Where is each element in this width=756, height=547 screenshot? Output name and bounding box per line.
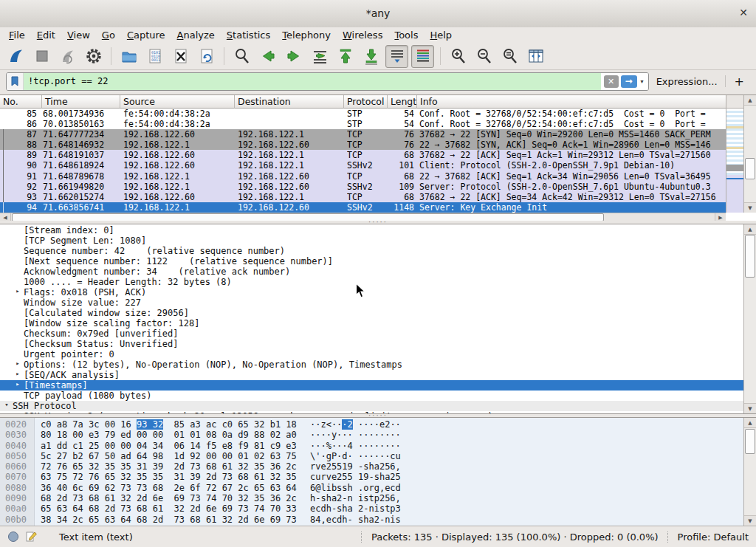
- expand-arrow[interactable]: ▸: [14, 370, 21, 377]
- detail-row[interactable]: 1000 .... = Header Length: 32 bytes (8): [0, 277, 743, 287]
- capture-options-button[interactable]: [82, 45, 105, 68]
- filter-apply-button[interactable]: →: [621, 75, 637, 88]
- go-last-packet-button[interactable]: [360, 45, 382, 68]
- column-header-destination[interactable]: Destination: [235, 95, 344, 109]
- detail-row[interactable]: Checksum: 0x79ed [unverified]: [0, 328, 743, 339]
- packet-row-91[interactable]: 9171.648789678192.168.122.1192.168.122.6…: [0, 171, 726, 182]
- detail-row[interactable]: Sequence number: 42 (relative sequence n…: [0, 246, 743, 256]
- filter-bookmark-icon[interactable]: [7, 73, 24, 90]
- hex-row-0040[interactable]: 0040a1 dd c1 25 00 00 04 34 06 14 f5 e8 …: [0, 441, 743, 451]
- detail-row[interactable]: Window size value: 227: [0, 297, 743, 308]
- start-capture-button[interactable]: [4, 45, 27, 68]
- column-header-source[interactable]: Source: [120, 95, 235, 109]
- menu-view[interactable]: View: [61, 29, 96, 41]
- detail-row-flags[interactable]: ▸Flags: 0x018 (PSH, ACK): [0, 287, 743, 297]
- go-to-packet-button[interactable]: [308, 45, 331, 68]
- menu-telephony[interactable]: Telephony: [276, 29, 337, 41]
- close-window-button[interactable]: ✕: [739, 7, 748, 18]
- find-packet-button[interactable]: [230, 45, 253, 68]
- detail-row[interactable]: Acknowledgment number: 34 (relative ack …: [0, 266, 743, 277]
- vertical-scroll-thumb[interactable]: [745, 235, 755, 278]
- vertical-scroll-thumb[interactable]: [745, 429, 755, 454]
- column-header-info[interactable]: Info: [417, 95, 726, 109]
- detail-row-options[interactable]: ▸Options: (12 bytes), No-Operation (NOP)…: [0, 359, 743, 370]
- detail-row[interactable]: [Next sequence number: 1122 (relative se…: [0, 256, 743, 266]
- column-header-protocol[interactable]: Protocol: [344, 95, 388, 109]
- zoom-original-button[interactable]: [498, 45, 521, 68]
- detail-row[interactable]: [Checksum Status: Unverified]: [0, 339, 743, 349]
- packet-row-89[interactable]: 8971.648191037192.168.122.60192.168.122.…: [0, 150, 726, 160]
- restart-capture-button[interactable]: [56, 45, 79, 68]
- column-header-length[interactable]: Length: [388, 95, 417, 109]
- scroll-up-arrow[interactable]: ▲: [744, 418, 756, 428]
- hex-row-0030[interactable]: 003080 18 00 e3 79 ed 00 00 01 01 08 0a …: [0, 430, 743, 440]
- menu-tools[interactable]: Tools: [388, 29, 424, 41]
- menu-wireless[interactable]: Wireless: [337, 29, 388, 41]
- menu-capture[interactable]: Capture: [121, 29, 171, 41]
- expert-info-icon[interactable]: [7, 531, 19, 543]
- menu-help[interactable]: Help: [424, 29, 458, 41]
- reload-file-button[interactable]: [195, 45, 218, 68]
- filter-clear-button[interactable]: ✕: [604, 75, 619, 88]
- go-forward-button[interactable]: [282, 45, 305, 68]
- menu-file[interactable]: File: [3, 29, 31, 41]
- resize-columns-button[interactable]: [524, 45, 547, 68]
- colorize-packets-button[interactable]: [411, 45, 434, 68]
- packet-row-88[interactable]: 8871.648146932192.168.122.1192.168.122.6…: [0, 140, 726, 150]
- display-filter-value[interactable]: !tcp.port == 22: [24, 73, 601, 90]
- auto-scroll-button[interactable]: [385, 45, 408, 68]
- hex-row-0090[interactable]: 009068 2d 73 68 61 32 2d 6e 69 73 74 70 …: [0, 493, 743, 503]
- collapse-arrow[interactable]: ▾: [3, 401, 10, 408]
- go-back-button[interactable]: [256, 45, 279, 68]
- profile-label[interactable]: Profile: Default: [678, 531, 749, 543]
- detail-row[interactable]: [Calculated window size: 29056]: [0, 308, 743, 318]
- detail-row[interactable]: TCP payload (1080 bytes): [0, 391, 743, 401]
- hex-row-00a0[interactable]: 00a065 63 64 68 2d 73 68 61 32 2d 6e 69 …: [0, 503, 743, 514]
- detail-row-ssh-protocol[interactable]: ▾SSH Protocol: [0, 401, 743, 411]
- close-file-button[interactable]: [169, 45, 192, 68]
- open-file-button[interactable]: [117, 45, 140, 68]
- packet-row-90[interactable]: 9071.648618924192.168.122.60192.168.122.…: [0, 160, 726, 171]
- detail-row[interactable]: Urgent pointer: 0: [0, 349, 743, 359]
- add-filter-button[interactable]: +: [733, 75, 750, 89]
- scroll-up-arrow[interactable]: ▲: [744, 95, 756, 106]
- packet-row-93[interactable]: 9371.662015274192.168.122.60192.168.122.…: [0, 192, 726, 202]
- scroll-down-arrow[interactable]: ▼: [744, 202, 756, 213]
- packet-row-87[interactable]: 8771.647777234192.168.122.60192.168.122.…: [0, 129, 726, 140]
- scroll-down-arrow[interactable]: ▼: [744, 403, 756, 413]
- capture-comment-icon[interactable]: [25, 531, 37, 543]
- packet-row-92[interactable]: 9271.661949820192.168.122.1192.168.122.6…: [0, 182, 726, 192]
- detail-row[interactable]: [Window size scaling factor: 128]: [0, 318, 743, 328]
- go-first-packet-button[interactable]: [334, 45, 357, 68]
- packet-row-94-selected[interactable]: 9471.663856741192.168.122.1192.168.122.6…: [0, 202, 726, 213]
- scroll-up-arrow[interactable]: ▲: [744, 224, 756, 235]
- menu-edit[interactable]: Edit: [31, 29, 61, 41]
- hex-row-00b0[interactable]: 00b038 34 2c 65 63 64 68 2d 73 68 61 32 …: [0, 515, 743, 525]
- packet-row-85[interactable]: 8568.001734936fe:54:00:d4:38:2aSTP54Conf…: [0, 109, 726, 119]
- menu-go[interactable]: Go: [96, 29, 121, 41]
- column-header-no[interactable]: No.: [0, 95, 42, 109]
- detail-row[interactable]: [Stream index: 0]: [0, 225, 743, 235]
- expand-arrow[interactable]: ▸: [14, 359, 21, 367]
- zoom-out-button[interactable]: [472, 45, 495, 68]
- menu-analyze[interactable]: Analyze: [171, 29, 221, 41]
- display-filter-input[interactable]: !tcp.port == 22 ✕ → ▾: [6, 72, 649, 91]
- hex-row-0080[interactable]: 008036 40 6c 69 62 73 73 68 2e 6f 72 67 …: [0, 483, 743, 493]
- stop-capture-button[interactable]: [30, 45, 53, 68]
- expand-arrow[interactable]: ▸: [14, 287, 21, 295]
- menu-statistics[interactable]: Statistics: [221, 29, 276, 41]
- hex-vertical-scrollbar[interactable]: ▲ ▼: [743, 418, 756, 526]
- scroll-down-arrow[interactable]: ▼: [744, 515, 756, 526]
- packet-list-vertical-scrollbar[interactable]: ▲ ▼: [743, 95, 756, 213]
- column-header-time[interactable]: Time: [42, 95, 120, 109]
- expression-button[interactable]: Expression...: [656, 76, 718, 87]
- hex-row-0060[interactable]: 006072 76 65 32 35 35 31 39 2d 73 68 61 …: [0, 461, 743, 472]
- hex-row-0050[interactable]: 00505c 27 b2 67 50 ad 64 98 1d 92 00 00 …: [0, 451, 743, 461]
- expand-arrow[interactable]: ▸: [14, 380, 21, 388]
- vertical-scroll-thumb[interactable]: [745, 158, 755, 179]
- packet-minimap-scrollbar[interactable]: [726, 109, 743, 213]
- detail-row-timestamps-selected[interactable]: ▸[Timestamps]: [0, 380, 743, 391]
- filter-dropdown-caret[interactable]: ▾: [639, 78, 645, 85]
- hex-row-0070[interactable]: 007063 75 72 76 65 32 35 35 31 39 2d 73 …: [0, 472, 743, 482]
- detail-row[interactable]: [TCP Segment Len: 1080]: [0, 235, 743, 246]
